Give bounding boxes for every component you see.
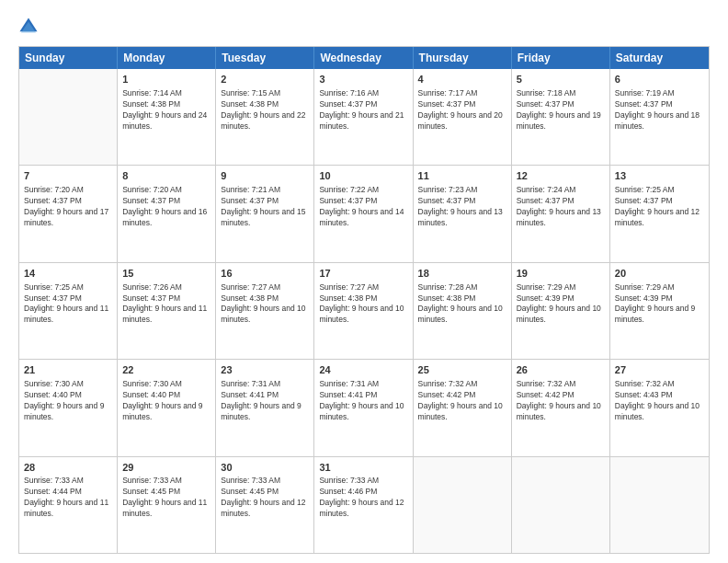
- calendar-cell: 28Sunrise: 7:33 AM Sunset: 4:44 PM Dayli…: [19, 457, 118, 553]
- day-number: 3: [319, 73, 407, 86]
- calendar-cell: 7Sunrise: 7:20 AM Sunset: 4:37 PM Daylig…: [19, 166, 118, 261]
- day-number: 13: [615, 169, 704, 183]
- calendar-cell: 24Sunrise: 7:31 AM Sunset: 4:41 PM Dayli…: [314, 360, 413, 455]
- day-number: 21: [24, 363, 112, 377]
- calendar-cell: 21Sunrise: 7:30 AM Sunset: 4:40 PM Dayli…: [19, 360, 118, 455]
- day-number: 16: [221, 267, 309, 281]
- day-number: 28: [24, 461, 112, 475]
- calendar-cell: 29Sunrise: 7:33 AM Sunset: 4:45 PM Dayli…: [118, 457, 216, 553]
- calendar-cell: 20Sunrise: 7:29 AM Sunset: 4:39 PM Dayli…: [610, 263, 709, 359]
- calendar-cell: 1Sunrise: 7:14 AM Sunset: 4:38 PM Daylig…: [118, 69, 216, 165]
- day-number: 15: [122, 267, 210, 281]
- cell-info: Sunrise: 7:27 AM Sunset: 4:38 PM Dayligh…: [319, 282, 407, 327]
- logo-icon: [18, 17, 39, 37]
- day-number: 4: [418, 73, 506, 86]
- day-number: 25: [418, 363, 506, 377]
- cell-info: Sunrise: 7:16 AM Sunset: 4:37 PM Dayligh…: [319, 88, 407, 132]
- header-day-thursday: Thursday: [414, 47, 512, 69]
- day-number: 20: [615, 267, 704, 281]
- calendar-cell: 31Sunrise: 7:33 AM Sunset: 4:46 PM Dayli…: [314, 457, 413, 553]
- calendar-cell: 19Sunrise: 7:29 AM Sunset: 4:39 PM Dayli…: [512, 263, 610, 359]
- calendar-cell: 27Sunrise: 7:32 AM Sunset: 4:43 PM Dayli…: [610, 360, 709, 455]
- calendar-cell: 30Sunrise: 7:33 AM Sunset: 4:45 PM Dayli…: [216, 457, 314, 553]
- cell-info: Sunrise: 7:18 AM Sunset: 4:37 PM Dayligh…: [517, 88, 605, 132]
- cell-info: Sunrise: 7:20 AM Sunset: 4:37 PM Dayligh…: [24, 185, 112, 229]
- day-number: 9: [221, 169, 309, 183]
- day-number: 14: [24, 267, 112, 281]
- cell-info: Sunrise: 7:17 AM Sunset: 4:37 PM Dayligh…: [418, 88, 506, 132]
- calendar-cell: 22Sunrise: 7:30 AM Sunset: 4:40 PM Dayli…: [118, 360, 216, 455]
- day-number: 6: [615, 73, 704, 86]
- day-number: 26: [517, 363, 605, 377]
- day-number: 8: [122, 169, 210, 183]
- day-number: 5: [517, 73, 605, 86]
- cell-info: Sunrise: 7:15 AM Sunset: 4:38 PM Dayligh…: [221, 88, 309, 132]
- day-number: 27: [615, 363, 704, 377]
- calendar-cell: [610, 457, 709, 553]
- cell-info: Sunrise: 7:30 AM Sunset: 4:40 PM Dayligh…: [122, 379, 210, 423]
- calendar-cell: 17Sunrise: 7:27 AM Sunset: 4:38 PM Dayli…: [314, 263, 413, 359]
- cell-info: Sunrise: 7:29 AM Sunset: 4:39 PM Dayligh…: [615, 282, 704, 327]
- calendar-cell: 8Sunrise: 7:20 AM Sunset: 4:37 PM Daylig…: [118, 166, 216, 261]
- cell-info: Sunrise: 7:24 AM Sunset: 4:37 PM Dayligh…: [517, 185, 605, 229]
- calendar-cell: 23Sunrise: 7:31 AM Sunset: 4:41 PM Dayli…: [216, 360, 314, 455]
- day-number: 2: [221, 73, 309, 86]
- day-number: 12: [517, 169, 605, 183]
- cell-info: Sunrise: 7:22 AM Sunset: 4:37 PM Dayligh…: [319, 185, 407, 229]
- cell-info: Sunrise: 7:25 AM Sunset: 4:37 PM Dayligh…: [615, 185, 704, 229]
- day-number: 31: [319, 461, 407, 475]
- cell-info: Sunrise: 7:26 AM Sunset: 4:37 PM Dayligh…: [122, 282, 210, 327]
- calendar-cell: 12Sunrise: 7:24 AM Sunset: 4:37 PM Dayli…: [512, 166, 610, 261]
- calendar-cell: 14Sunrise: 7:25 AM Sunset: 4:37 PM Dayli…: [19, 263, 118, 359]
- cell-info: Sunrise: 7:33 AM Sunset: 4:46 PM Dayligh…: [319, 476, 407, 520]
- cell-info: Sunrise: 7:14 AM Sunset: 4:38 PM Dayligh…: [122, 88, 210, 132]
- cell-info: Sunrise: 7:23 AM Sunset: 4:37 PM Dayligh…: [418, 185, 506, 229]
- cell-info: Sunrise: 7:19 AM Sunset: 4:37 PM Dayligh…: [615, 88, 704, 132]
- header-day-wednesday: Wednesday: [314, 47, 413, 69]
- cell-info: Sunrise: 7:32 AM Sunset: 4:42 PM Dayligh…: [517, 379, 605, 423]
- calendar-row-0: 1Sunrise: 7:14 AM Sunset: 4:38 PM Daylig…: [19, 69, 709, 166]
- header-day-friday: Friday: [512, 47, 610, 69]
- calendar-cell: [512, 457, 610, 553]
- cell-info: Sunrise: 7:27 AM Sunset: 4:38 PM Dayligh…: [221, 282, 309, 327]
- calendar-cell: 2Sunrise: 7:15 AM Sunset: 4:38 PM Daylig…: [216, 69, 314, 165]
- cell-info: Sunrise: 7:25 AM Sunset: 4:37 PM Dayligh…: [24, 282, 112, 327]
- calendar-row-2: 14Sunrise: 7:25 AM Sunset: 4:37 PM Dayli…: [19, 263, 709, 360]
- calendar-header: SundayMondayTuesdayWednesdayThursdayFrid…: [19, 47, 709, 69]
- calendar-cell: 26Sunrise: 7:32 AM Sunset: 4:42 PM Dayli…: [512, 360, 610, 455]
- calendar-cell: 25Sunrise: 7:32 AM Sunset: 4:42 PM Dayli…: [414, 360, 512, 455]
- cell-info: Sunrise: 7:30 AM Sunset: 4:40 PM Dayligh…: [24, 379, 112, 423]
- cell-info: Sunrise: 7:31 AM Sunset: 4:41 PM Dayligh…: [319, 379, 407, 423]
- calendar-cell: 11Sunrise: 7:23 AM Sunset: 4:37 PM Dayli…: [414, 166, 512, 261]
- calendar-cell: 13Sunrise: 7:25 AM Sunset: 4:37 PM Dayli…: [610, 166, 709, 261]
- day-number: 30: [221, 461, 309, 475]
- calendar-row-3: 21Sunrise: 7:30 AM Sunset: 4:40 PM Dayli…: [19, 360, 709, 456]
- day-number: 7: [24, 169, 112, 183]
- cell-info: Sunrise: 7:29 AM Sunset: 4:39 PM Dayligh…: [517, 282, 605, 327]
- cell-info: Sunrise: 7:33 AM Sunset: 4:44 PM Dayligh…: [24, 476, 112, 520]
- page: SundayMondayTuesdayWednesdayThursdayFrid…: [0, 0, 728, 563]
- logo: [18, 17, 41, 37]
- day-number: 10: [319, 169, 407, 183]
- header-day-saturday: Saturday: [610, 47, 709, 69]
- header-day-sunday: Sunday: [19, 47, 118, 69]
- day-number: 23: [221, 363, 309, 377]
- calendar-cell: 9Sunrise: 7:21 AM Sunset: 4:37 PM Daylig…: [216, 166, 314, 261]
- calendar-cell: [19, 69, 118, 165]
- calendar: SundayMondayTuesdayWednesdayThursdayFrid…: [18, 46, 710, 554]
- calendar-cell: 15Sunrise: 7:26 AM Sunset: 4:37 PM Dayli…: [118, 263, 216, 359]
- calendar-body: 1Sunrise: 7:14 AM Sunset: 4:38 PM Daylig…: [19, 69, 709, 553]
- day-number: 24: [319, 363, 407, 377]
- day-number: 22: [122, 363, 210, 377]
- day-number: 1: [122, 73, 210, 86]
- calendar-cell: 3Sunrise: 7:16 AM Sunset: 4:37 PM Daylig…: [314, 69, 413, 165]
- calendar-row-1: 7Sunrise: 7:20 AM Sunset: 4:37 PM Daylig…: [19, 166, 709, 262]
- day-number: 29: [122, 461, 210, 475]
- day-number: 17: [319, 267, 407, 281]
- day-number: 19: [517, 267, 605, 281]
- calendar-cell: 4Sunrise: 7:17 AM Sunset: 4:37 PM Daylig…: [414, 69, 512, 165]
- cell-info: Sunrise: 7:32 AM Sunset: 4:43 PM Dayligh…: [615, 379, 704, 423]
- cell-info: Sunrise: 7:31 AM Sunset: 4:41 PM Dayligh…: [221, 379, 309, 423]
- header-day-tuesday: Tuesday: [216, 47, 314, 69]
- cell-info: Sunrise: 7:32 AM Sunset: 4:42 PM Dayligh…: [418, 379, 506, 423]
